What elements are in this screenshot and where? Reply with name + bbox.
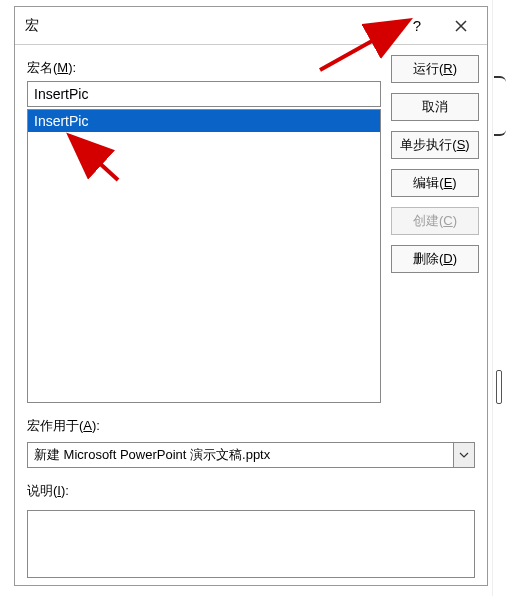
- button-label: 创建(: [413, 213, 443, 228]
- description-row: 说明(I):: [27, 478, 475, 578]
- button-label: 删除(: [413, 251, 443, 266]
- list-item[interactable]: InsertPic: [28, 110, 380, 132]
- button-label: ): [453, 213, 457, 228]
- button-label: 单步执行(: [400, 137, 456, 152]
- create-button: 创建(C): [391, 207, 479, 235]
- label-text: ):: [68, 60, 76, 75]
- step-button[interactable]: 单步执行(S): [391, 131, 479, 159]
- applies-to-row: 宏作用于(A): 新建 Microsoft PowerPoint 演示文稿.pp…: [27, 413, 475, 468]
- edit-button[interactable]: 编辑(E): [391, 169, 479, 197]
- titlebar: 宏 ?: [15, 7, 487, 45]
- close-button[interactable]: [439, 9, 483, 43]
- button-accelerator: D: [443, 251, 452, 266]
- help-button[interactable]: ?: [395, 9, 439, 43]
- select-dropdown-button[interactable]: [453, 442, 475, 468]
- background-shape: [496, 370, 502, 404]
- background-shape: [494, 76, 506, 136]
- label-accelerator: A: [83, 418, 92, 433]
- macro-dialog: 宏 ? 宏名(M): InsertPic 运行(R) 取消 单步执行(S) 编辑…: [14, 6, 488, 586]
- label-text: 宏名(: [27, 60, 57, 75]
- label-text: ):: [61, 483, 69, 498]
- label-text: 宏作用于(: [27, 418, 83, 433]
- button-accelerator: C: [443, 213, 452, 228]
- macro-name-input[interactable]: [27, 81, 381, 107]
- button-label: ): [453, 61, 457, 76]
- macro-list[interactable]: InsertPic: [27, 109, 381, 403]
- chevron-down-icon: [459, 452, 469, 458]
- button-column: 运行(R) 取消 单步执行(S) 编辑(E) 创建(C) 删除(D): [391, 55, 479, 273]
- dialog-body: 宏名(M): InsertPic 运行(R) 取消 单步执行(S) 编辑(E) …: [15, 45, 487, 590]
- cancel-button[interactable]: 取消: [391, 93, 479, 121]
- delete-button[interactable]: 删除(D): [391, 245, 479, 273]
- description-label: 说明(I):: [27, 482, 475, 500]
- label-text: 说明(: [27, 483, 57, 498]
- button-label: 编辑(: [413, 175, 443, 190]
- label-accelerator: M: [57, 60, 68, 75]
- description-input[interactable]: [27, 510, 475, 578]
- dialog-title: 宏: [25, 17, 395, 35]
- close-icon: [455, 20, 467, 32]
- button-accelerator: R: [443, 61, 452, 76]
- applies-to-select[interactable]: 新建 Microsoft PowerPoint 演示文稿.pptx: [27, 442, 475, 468]
- button-label: ): [452, 175, 456, 190]
- button-label: ): [453, 251, 457, 266]
- label-text: ):: [92, 418, 100, 433]
- button-label: ): [465, 137, 469, 152]
- button-label: 运行(: [413, 61, 443, 76]
- applies-to-label: 宏作用于(A):: [27, 417, 475, 435]
- select-value: 新建 Microsoft PowerPoint 演示文稿.pptx: [27, 442, 453, 468]
- run-button[interactable]: 运行(R): [391, 55, 479, 83]
